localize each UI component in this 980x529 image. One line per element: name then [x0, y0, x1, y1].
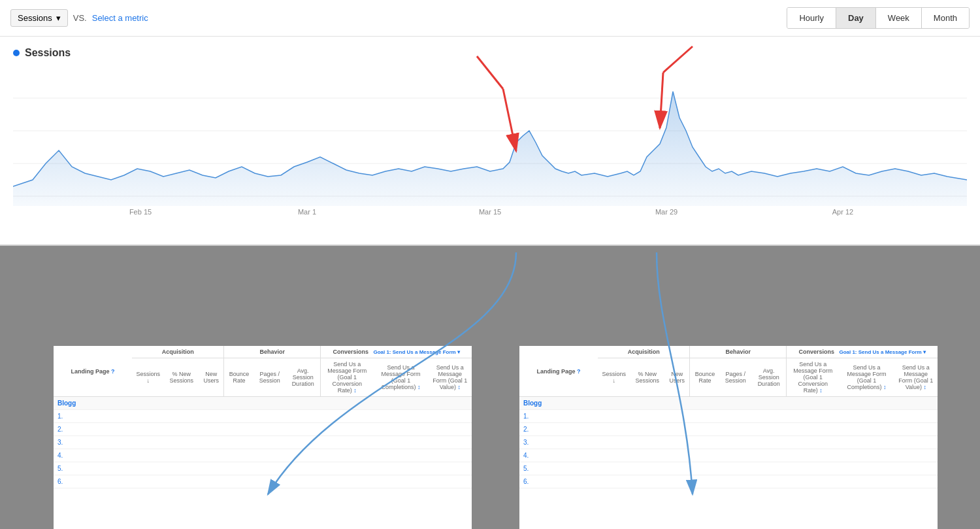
legend-dot-sessions: [13, 50, 20, 56]
gray-section: Landing Page ? Acquisition Behavior Conv…: [0, 246, 980, 529]
day-button[interactable]: Day: [836, 8, 876, 28]
col-bounce-left: Bounce Rate: [224, 358, 254, 397]
left-table-wrapper: Landing Page ? Acquisition Behavior Conv…: [54, 346, 472, 529]
right-table-wrapper: Landing Page ? Acquisition Behavior Conv…: [519, 346, 938, 529]
col-value-left: Send Us a Message Form (Goal 1 Value) ↕: [429, 358, 472, 397]
sessions-dropdown[interactable]: Sessions ▾: [10, 9, 68, 27]
col-pages-left: Pages / Session: [254, 358, 286, 397]
col-cr-left: Send Us a Message Form (Goal 1 Conversio…: [321, 358, 374, 397]
table-row: 4.: [54, 449, 472, 462]
table-row: 6.: [519, 475, 938, 488]
legend-sessions-label: Sessions: [25, 47, 71, 59]
section-blogg-left: Blogg: [54, 397, 472, 410]
section-blogg-right: Blogg: [519, 397, 938, 410]
table-row: 3.: [519, 436, 938, 449]
col-completions-left: Send Us a Message Form (Goal 1 Completio…: [373, 358, 428, 397]
col-pages-right: Pages / Session: [720, 358, 751, 397]
col-new-users-left: New Users: [199, 358, 224, 397]
chart-svg: Feb 15 Mar 1 Mar 15 Mar 29 Apr 12: [13, 65, 967, 229]
hourly-button[interactable]: Hourly: [787, 8, 836, 28]
sessions-label: Sessions: [18, 13, 52, 23]
section-header-right: Blogg: [519, 397, 938, 410]
col-new-sessions-left: % New Sessions: [164, 358, 199, 397]
col-cr-right: Send Us a Message Form (Goal 1 Conversio…: [787, 358, 840, 397]
col-conversions-right: Conversions Goal 1: Send Us a Message Fo…: [787, 346, 938, 358]
table-row: 2.: [519, 423, 938, 436]
chart-legend: Sessions: [13, 47, 967, 59]
col-new-users-right: New Users: [664, 358, 690, 397]
select-metric-link[interactable]: Select a metric: [92, 13, 148, 23]
table-row: 3.: [54, 436, 472, 449]
table-row: 4.: [519, 449, 938, 462]
col-bounce-right: Bounce Rate: [690, 358, 720, 397]
vs-label: VS.: [73, 13, 87, 23]
col-acquisition-right: Acquisition: [598, 346, 690, 358]
dropdown-arrow: ▾: [56, 13, 61, 23]
week-button[interactable]: Week: [876, 8, 922, 28]
svg-text:Apr 12: Apr 12: [832, 208, 853, 216]
right-table: Landing Page ? Acquisition Behavior Conv…: [519, 346, 938, 488]
chart-area: Sessions Feb 15 Mar 1 Mar 15 M: [0, 37, 980, 246]
col-behavior-right: Behavior: [690, 346, 787, 358]
svg-text:Mar 1: Mar 1: [298, 208, 316, 216]
svg-text:Mar 15: Mar 15: [479, 208, 501, 216]
col-behavior-left: Behavior: [224, 346, 321, 358]
month-button[interactable]: Month: [922, 8, 969, 28]
svg-text:Feb 15: Feb 15: [129, 208, 152, 216]
col-acquisition-left: Acquisition: [132, 346, 224, 358]
table-row: 5.: [519, 462, 938, 475]
table-row: 5.: [54, 462, 472, 475]
col-duration-right: Avg. Session Duration: [751, 358, 787, 397]
metric-selector: Sessions ▾ VS. Select a metric: [10, 9, 148, 27]
col-completions-right: Send Us a Message Form (Goal 1 Completio…: [839, 358, 894, 397]
col-landing-page-right: Landing Page ?: [519, 346, 598, 397]
time-buttons-group: Hourly Day Week Month: [787, 7, 970, 29]
col-duration-left: Avg. Session Duration: [286, 358, 321, 397]
col-sessions-right: Sessions ↓: [598, 358, 630, 397]
table-row: 6.: [54, 475, 472, 488]
svg-text:Mar 29: Mar 29: [655, 208, 678, 216]
table-row: 2.: [54, 423, 472, 436]
col-new-sessions-right: % New Sessions: [630, 358, 664, 397]
col-conversions-left: Conversions Goal 1: Send Us a Message Fo…: [321, 346, 472, 358]
table-row: 1.: [54, 410, 472, 423]
left-table: Landing Page ? Acquisition Behavior Conv…: [54, 346, 472, 488]
toolbar: Sessions ▾ VS. Select a metric Hourly Da…: [0, 0, 980, 37]
section-header-left: Blogg: [54, 397, 472, 410]
table-row: 1.: [519, 410, 938, 423]
col-value-right: Send Us a Message Form (Goal 1 Value) ↕: [894, 358, 938, 397]
col-sessions-left: Sessions ↓: [132, 358, 164, 397]
col-landing-page-left: Landing Page ?: [54, 346, 132, 397]
